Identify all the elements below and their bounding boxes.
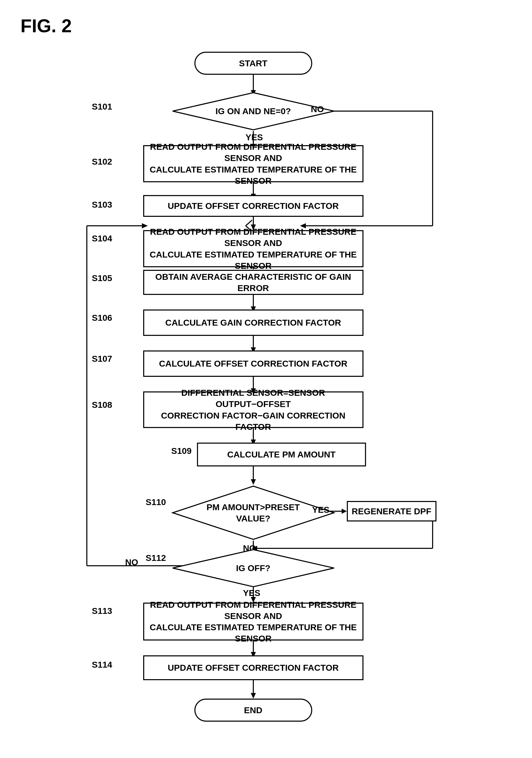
s103-text: UPDATE OFFSET CORRECTION FACTOR [168, 200, 338, 211]
s105-label: S105 [92, 273, 112, 283]
s108-label: S108 [92, 400, 112, 410]
s110-label: S110 [146, 497, 166, 507]
s113-label: S113 [92, 606, 112, 616]
s102-text: READ OUTPUT FROM DIFFERENTIAL PRESSURE S… [144, 141, 363, 187]
svg-marker-40 [251, 693, 256, 699]
svg-marker-23 [251, 479, 256, 485]
s110-yes-label: YES [312, 505, 330, 515]
s111-node: REGENERATE DPF [347, 501, 437, 522]
s109-text: CALCULATE PM AMOUNT [227, 449, 336, 460]
s101-diamond: IG ON AND NE=0? [171, 91, 335, 131]
s108-text: DIFFERENTIAL SENSOR=SENSOR OUTPUT−OFFSET… [144, 387, 363, 432]
s102-label: S102 [92, 157, 112, 167]
page: FIG. 2 [0, 0, 532, 758]
end-label: END [244, 705, 263, 716]
s105-node: OBTAIN AVERAGE CHARACTERISTIC OF GAIN ER… [143, 270, 364, 295]
svg-marker-25 [342, 509, 347, 514]
s102-node: READ OUTPUT FROM DIFFERENTIAL PRESSURE S… [143, 145, 364, 182]
s106-text: CALCULATE GAIN CORRECTION FACTOR [165, 317, 341, 328]
s107-label: S107 [92, 354, 112, 364]
s108-node: DIFFERENTIAL SENSOR=SENSOR OUTPUT−OFFSET… [143, 392, 364, 428]
s110-diamond: PM AMOUNT>PRESET VALUE? [171, 485, 335, 541]
s112-diamond: IG OFF? [171, 548, 335, 588]
s109-label: S109 [171, 446, 192, 456]
s114-text: UPDATE OFFSET CORRECTION FACTOR [168, 662, 338, 673]
s107-text: CALCULATE OFFSET CORRECTION FACTOR [159, 358, 347, 369]
s105-text: OBTAIN AVERAGE CHARACTERISTIC OF GAIN ER… [144, 271, 363, 293]
s104-text: READ OUTPUT FROM DIFFERENTIAL PRESSURE S… [144, 226, 363, 271]
s110-condition: PM AMOUNT>PRESET VALUE? [206, 501, 300, 524]
s112-label: S112 [146, 553, 166, 563]
figure-title: FIG. 2 [20, 16, 512, 36]
start-node: START [195, 52, 312, 75]
s106-node: CALCULATE GAIN CORRECTION FACTOR [143, 309, 364, 336]
s101-label: S101 [92, 102, 112, 112]
end-node: END [195, 699, 312, 722]
s109-node: CALCULATE PM AMOUNT [197, 443, 366, 466]
s106-label: S106 [92, 313, 112, 323]
start-label: START [239, 57, 267, 69]
s114-label: S114 [92, 660, 112, 670]
s114-node: UPDATE OFFSET CORRECTION FACTOR [143, 655, 364, 680]
s104-label: S104 [92, 233, 112, 243]
s103-node: UPDATE OFFSET CORRECTION FACTOR [143, 195, 364, 217]
s112-yes-label: YES [243, 588, 261, 598]
s107-node: CALCULATE OFFSET CORRECTION FACTOR [143, 351, 364, 377]
s101-condition: IG ON AND NE=0? [215, 105, 291, 117]
s112-condition: IG OFF? [236, 563, 270, 574]
s111-text: REGENERATE DPF [352, 505, 431, 517]
s104-node: READ OUTPUT FROM DIFFERENTIAL PRESSURE S… [143, 230, 364, 267]
s103-label: S103 [92, 200, 112, 210]
s112-no-label: NO [125, 557, 138, 567]
s101-no-label: NO [311, 104, 324, 114]
s113-node: READ OUTPUT FROM DIFFERENTIAL PRESSURE S… [143, 603, 364, 640]
s113-text: READ OUTPUT FROM DIFFERENTIAL PRESSURE S… [144, 599, 363, 644]
